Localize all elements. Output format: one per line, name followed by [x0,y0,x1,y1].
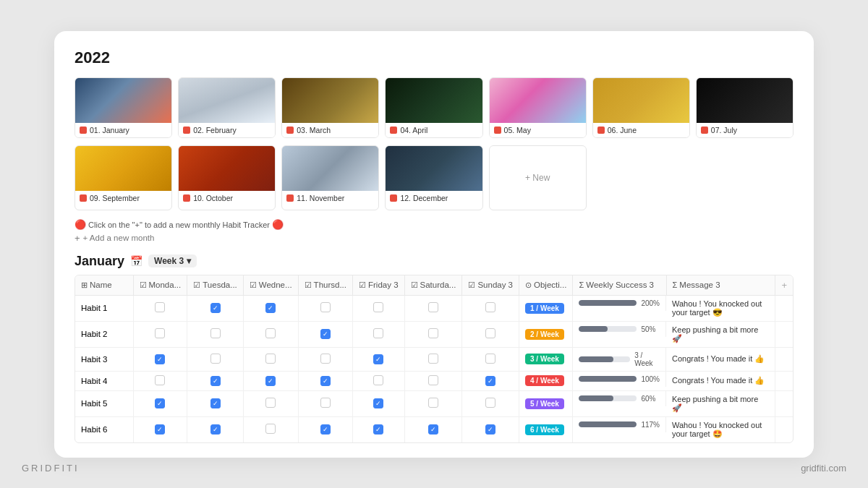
day-cell-2-3[interactable] [298,347,352,371]
day-cell-4-5[interactable] [404,390,462,416]
add-month[interactable]: + + Add a new month [75,233,793,244]
checkbox[interactable] [265,424,276,434]
checkbox[interactable]: ✓ [485,376,495,386]
checkbox[interactable] [428,354,438,364]
checkbox[interactable] [210,354,221,364]
checkbox[interactable] [373,328,383,338]
checkbox[interactable] [265,328,276,338]
day-cell-3-4[interactable] [353,371,405,390]
checkbox[interactable] [428,328,438,338]
checkbox[interactable] [320,398,331,408]
checkbox[interactable]: ✓ [155,424,165,435]
month-november[interactable]: 11. November [281,145,379,210]
checkbox[interactable]: ✓ [373,424,383,435]
day-cell-5-5[interactable]: ✓ [404,416,462,442]
checkbox[interactable]: ✓ [210,398,221,408]
day-cell-1-6[interactable] [462,321,519,347]
day-cell-2-2[interactable] [243,347,298,371]
checkbox[interactable] [155,328,165,338]
month-february[interactable]: 02. February [178,77,276,138]
day-cell-0-0[interactable] [133,295,187,321]
checkbox[interactable]: ✓ [155,398,165,408]
day-cell-2-4[interactable]: ✓ [353,347,405,371]
day-cell-1-4[interactable] [353,321,405,347]
checkbox[interactable] [428,375,438,385]
checkbox[interactable]: ✓ [373,354,383,364]
day-cell-0-6[interactable] [462,295,519,321]
checkbox[interactable] [485,328,495,338]
day-cell-2-0[interactable]: ✓ [133,347,187,371]
checkbox[interactable] [210,328,221,338]
checkbox[interactable]: ✓ [155,354,165,364]
th-tuesday[interactable]: ☑Tuesda... [187,275,244,296]
checkbox[interactable] [428,302,438,312]
day-cell-3-6[interactable]: ✓ [462,371,519,390]
checkbox[interactable] [373,302,383,312]
checkbox[interactable] [155,302,165,312]
checkbox[interactable] [320,302,331,312]
th-monday[interactable]: ☑Monda... [133,275,187,296]
checkbox[interactable] [155,375,165,385]
day-cell-3-1[interactable]: ✓ [187,371,244,390]
day-cell-3-2[interactable]: ✓ [243,371,298,390]
month-july[interactable]: 07. July [696,77,793,138]
day-cell-0-4[interactable] [353,295,405,321]
day-cell-5-0[interactable]: ✓ [133,416,187,442]
th-thursday[interactable]: ☑Thursd... [298,275,352,296]
month-september[interactable]: 09. September [75,145,172,210]
checkbox[interactable]: ✓ [485,424,495,435]
checkbox[interactable]: ✓ [210,303,221,313]
checkbox[interactable] [485,302,495,312]
day-cell-1-3[interactable]: ✓ [298,321,352,347]
month-january[interactable]: 01. January [75,77,172,138]
month-march[interactable]: 03. March [281,77,379,138]
checkbox[interactable]: ✓ [428,424,438,435]
day-cell-4-1[interactable]: ✓ [187,390,244,416]
checkbox[interactable]: ✓ [210,376,221,386]
month-april[interactable]: 04. April [385,77,482,138]
day-cell-0-5[interactable] [404,295,462,321]
checkbox[interactable] [373,375,383,385]
day-cell-5-4[interactable]: ✓ [353,416,405,442]
day-cell-0-2[interactable]: ✓ [243,295,298,321]
day-cell-1-2[interactable] [243,321,298,347]
checkbox[interactable] [485,398,495,408]
checkbox[interactable]: ✓ [373,398,383,408]
checkbox[interactable]: ✓ [320,424,331,435]
day-cell-3-5[interactable] [404,371,462,390]
day-cell-1-5[interactable] [404,321,462,347]
week-selector[interactable]: Week 3 ▾ [148,254,197,267]
day-cell-4-6[interactable] [462,390,519,416]
checkbox[interactable]: ✓ [265,303,276,313]
day-cell-3-3[interactable]: ✓ [298,371,352,390]
day-cell-5-1[interactable]: ✓ [187,416,244,442]
month-december[interactable]: 12. December [385,145,482,210]
day-cell-2-6[interactable] [462,347,519,371]
checkbox[interactable] [428,398,438,408]
day-cell-5-6[interactable]: ✓ [462,416,519,442]
day-cell-4-0[interactable]: ✓ [133,390,187,416]
th-wednesday[interactable]: ☑Wedne... [243,275,298,296]
checkbox[interactable] [265,354,276,364]
th-saturday[interactable]: ☑Saturda... [404,275,462,296]
new-month-button[interactable]: + New [489,145,587,210]
day-cell-5-3[interactable]: ✓ [298,416,352,442]
month-may[interactable]: 05. May [489,77,587,138]
day-cell-0-1[interactable]: ✓ [187,295,244,321]
day-cell-4-3[interactable] [298,390,352,416]
checkbox[interactable] [320,354,331,364]
day-cell-0-3[interactable] [298,295,352,321]
month-october[interactable]: 10. October [178,145,276,210]
day-cell-1-0[interactable] [133,321,187,347]
checkbox[interactable] [265,398,276,408]
day-cell-3-0[interactable] [133,371,187,390]
th-add-col[interactable]: + [775,275,793,296]
checkbox[interactable]: ✓ [265,376,276,386]
day-cell-4-2[interactable] [243,390,298,416]
th-friday[interactable]: ☑Friday 3 [353,275,405,296]
checkbox[interactable]: ✓ [320,329,331,339]
day-cell-2-5[interactable] [404,347,462,371]
th-sunday[interactable]: ☑Sunday 3 [462,275,519,296]
day-cell-5-2[interactable] [243,416,298,442]
day-cell-2-1[interactable] [187,347,244,371]
